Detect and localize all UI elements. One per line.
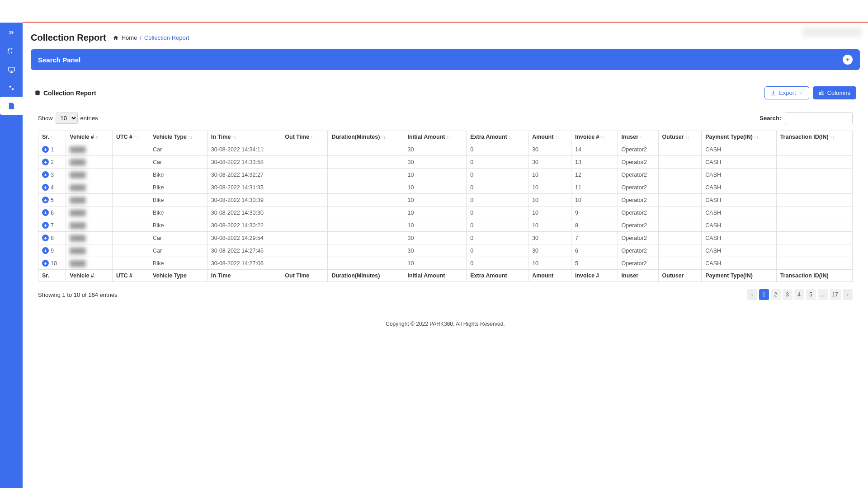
row-expand-button[interactable]: + bbox=[42, 146, 49, 153]
cell-utc bbox=[112, 257, 149, 270]
column-header[interactable]: Vehicle Type↑↓ bbox=[149, 131, 208, 143]
gears-icon bbox=[8, 84, 15, 92]
cell-inv: 9 bbox=[571, 206, 618, 219]
cell-vehicle: ████ bbox=[66, 194, 113, 206]
section-header: Collection Report Export Columns bbox=[31, 86, 694, 99]
document-icon bbox=[8, 102, 15, 110]
column-header[interactable]: Extra Amount↑↓ bbox=[467, 131, 528, 143]
sort-icon: ↑↓ bbox=[509, 135, 513, 140]
table-row: +5████Bike30-08-2022 14:30:391001010Oper… bbox=[38, 194, 695, 206]
page-size-select[interactable]: 10 bbox=[56, 113, 78, 124]
column-header[interactable]: Outuser↑↓ bbox=[658, 131, 694, 143]
column-footer: Duration(Minutes) bbox=[328, 270, 404, 282]
row-expand-button[interactable]: + bbox=[42, 260, 49, 267]
cell-inuser: Operator2 bbox=[618, 194, 658, 206]
database-icon bbox=[34, 90, 41, 96]
row-expand-button[interactable]: + bbox=[42, 247, 49, 254]
cell-out bbox=[281, 206, 328, 219]
column-footer: Amount bbox=[528, 270, 571, 282]
cell-in: 30-08-2022 14:34:11 bbox=[207, 143, 281, 156]
cell-sr: +3 bbox=[38, 169, 66, 181]
cell-out bbox=[281, 257, 328, 270]
cell-init: 10 bbox=[404, 257, 467, 270]
breadcrumb-home[interactable]: Home bbox=[122, 34, 137, 41]
search-panel[interactable]: Search Panel bbox=[31, 49, 694, 70]
cell-amt: 10 bbox=[528, 206, 571, 219]
cell-out bbox=[281, 194, 328, 206]
page-title: Collection Report bbox=[31, 33, 106, 43]
column-header[interactable]: UTC #↑↓ bbox=[112, 131, 149, 143]
cell-type: Bike bbox=[149, 181, 208, 194]
cell-extra: 0 bbox=[467, 156, 528, 169]
cell-amt: 30 bbox=[528, 232, 571, 244]
row-expand-button[interactable]: + bbox=[42, 222, 49, 229]
cell-dur bbox=[328, 232, 404, 244]
column-header[interactable]: Invoice #↑↓ bbox=[571, 131, 618, 143]
column-header[interactable]: Out Time↑↓ bbox=[281, 131, 328, 143]
table-row: +8████Car30-08-2022 14:29:54300307Operat… bbox=[38, 232, 695, 244]
cell-init: 10 bbox=[404, 169, 467, 181]
breadcrumb-current[interactable]: Collection Report bbox=[144, 34, 189, 41]
column-header[interactable]: Duration(Minutes)↑↓ bbox=[328, 131, 404, 143]
cell-inv: 10 bbox=[571, 194, 618, 206]
column-footer: UTC # bbox=[112, 270, 149, 282]
column-footer: Extra Amount bbox=[467, 270, 528, 282]
cell-sr: +5 bbox=[38, 194, 66, 206]
cell-outuser bbox=[658, 169, 694, 181]
cell-init: 30 bbox=[404, 244, 467, 257]
sidebar-item-monitor[interactable] bbox=[0, 61, 23, 79]
show-label: Show bbox=[38, 115, 53, 122]
cell-init: 30 bbox=[404, 156, 467, 169]
cell-sr: +2 bbox=[38, 156, 66, 169]
row-expand-button[interactable]: + bbox=[42, 209, 49, 216]
column-header[interactable]: Vehicle #↑↓ bbox=[66, 131, 113, 143]
column-footer: In Time bbox=[207, 270, 281, 282]
cell-extra: 0 bbox=[467, 169, 528, 181]
table-controls: Show 10 entries Search: bbox=[38, 112, 694, 124]
cell-inuser: Operator2 bbox=[618, 181, 658, 194]
column-footer: Inuser bbox=[618, 270, 658, 282]
column-footer: Vehicle Type bbox=[149, 270, 208, 282]
cell-sr: +9 bbox=[38, 244, 66, 257]
breadcrumb: Home / Collection Report bbox=[113, 34, 189, 41]
cell-type: Bike bbox=[149, 219, 208, 232]
cell-inuser: Operator2 bbox=[618, 206, 658, 219]
cell-outuser bbox=[658, 257, 694, 270]
column-header[interactable]: Amount↑↓ bbox=[528, 131, 571, 143]
sort-icon: ↑↓ bbox=[95, 135, 100, 140]
column-footer: Vehicle # bbox=[66, 270, 113, 282]
cell-init: 30 bbox=[404, 232, 467, 244]
sidebar bbox=[0, 23, 23, 390]
cell-dur bbox=[328, 143, 404, 156]
cell-in: 30-08-2022 14:29:54 bbox=[207, 232, 281, 244]
cell-dur bbox=[328, 169, 404, 181]
column-header[interactable]: In Time↑↓ bbox=[207, 131, 281, 143]
cell-vehicle: ████ bbox=[66, 206, 113, 219]
cell-in: 30-08-2022 14:31:35 bbox=[207, 181, 281, 194]
column-header[interactable]: Inuser↑↓ bbox=[618, 131, 658, 143]
row-expand-button[interactable]: + bbox=[42, 235, 49, 241]
section-title: Collection Report bbox=[34, 89, 96, 97]
sidebar-item-reports[interactable] bbox=[0, 97, 23, 115]
row-expand-button[interactable]: + bbox=[42, 171, 49, 178]
row-expand-button[interactable]: + bbox=[42, 184, 49, 191]
cell-dur bbox=[328, 219, 404, 232]
column-footer: Out Time bbox=[281, 270, 328, 282]
report-table: Sr.↑↓Vehicle #↑↓UTC #↑↓Vehicle Type↑↓In … bbox=[38, 131, 694, 282]
cell-sr: +6 bbox=[38, 206, 66, 219]
page-header: Collection Report Home / Collection Repo… bbox=[31, 29, 694, 49]
sidebar-item-dashboard[interactable] bbox=[0, 42, 23, 61]
column-header[interactable]: Initial Amount↑↓ bbox=[404, 131, 467, 143]
row-expand-button[interactable]: + bbox=[42, 159, 49, 165]
cell-sr: +7 bbox=[38, 219, 66, 232]
row-expand-button[interactable]: + bbox=[42, 197, 49, 203]
cell-vehicle: ████ bbox=[66, 181, 113, 194]
cell-extra: 0 bbox=[467, 257, 528, 270]
column-header[interactable]: Sr.↑↓ bbox=[38, 131, 66, 143]
cell-extra: 0 bbox=[467, 219, 528, 232]
breadcrumb-sep: / bbox=[140, 34, 142, 41]
cell-init: 10 bbox=[404, 194, 467, 206]
cell-inv: 7 bbox=[571, 232, 618, 244]
sidebar-item-settings[interactable] bbox=[0, 79, 23, 97]
sidebar-toggle[interactable] bbox=[0, 23, 23, 42]
